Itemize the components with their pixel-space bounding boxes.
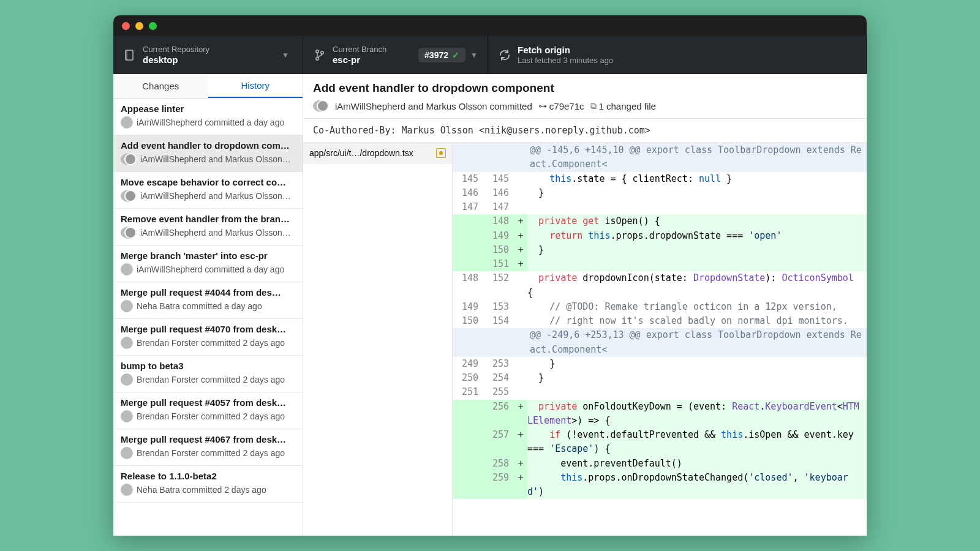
changed-files[interactable]: ⧉ 1 changed file — [590, 101, 656, 111]
commit-item[interactable]: Release to 1.1.0-beta2 Neha Batra commit… — [113, 466, 303, 503]
sync-icon — [498, 50, 511, 61]
commit-item[interactable]: Remove event handler from the bran… iAmW… — [113, 209, 303, 246]
commit-title: bump to beta3 — [121, 361, 295, 371]
commit-sub: iAmWillShepherd committed a day ago — [137, 118, 284, 127]
diff-line: 150154 // right now it's scaled badly on… — [453, 314, 867, 328]
avatar-icon — [121, 300, 133, 312]
commit-sub: Neha Batra committed a day ago — [137, 301, 262, 311]
file-item[interactable]: app/src/ui/t…/dropdown.tsx — [303, 143, 452, 163]
commit-sub: Brendan Forster committed 2 days ago — [137, 338, 285, 348]
file-diff-icon: ⧉ — [590, 101, 597, 111]
detail-authors: iAmWillShepherd and Markus Olsson commit… — [335, 101, 532, 111]
diff-line: 250254 } — [453, 371, 867, 385]
fetch-button[interactable]: Fetch origin Last fetched 3 minutes ago — [488, 36, 867, 74]
file-list: app/src/ui/t…/dropdown.tsx — [303, 143, 453, 536]
check-icon: ✓ — [452, 50, 459, 60]
modified-badge-icon — [436, 148, 446, 158]
chevron-down-icon: ▼ — [470, 51, 481, 59]
commit-item[interactable]: Appease linter iAmWillShepherd committed… — [113, 99, 303, 135]
diff-line: 149153 // @TODO: Remake triangle octicon… — [453, 300, 867, 314]
branch-icon — [313, 49, 326, 61]
commit-item[interactable]: Merge pull request #4070 from desk… Bren… — [113, 319, 303, 356]
coauthor-line: Co-Authored-By: Markus Olsson <niik@user… — [303, 119, 867, 143]
diff-line: 256+ private onFoldoutKeyDown = (event: … — [453, 400, 867, 429]
commit-item[interactable]: bump to beta3 Brendan Forster committed … — [113, 356, 303, 392]
avatar-icon — [121, 227, 137, 239]
detail-title: Add event handler to dropdown component — [313, 81, 857, 95]
commit-title: Merge pull request #4070 from desk… — [121, 324, 295, 334]
avatar-icon — [121, 153, 137, 165]
commit-title: Release to 1.1.0-beta2 — [121, 471, 295, 481]
avatar-icon — [121, 410, 133, 422]
commit-sub: iAmWillShepherd and Markus Olsson… — [140, 228, 291, 238]
changed-label: 1 changed file — [599, 101, 656, 111]
detail-header: Add event handler to dropdown component … — [303, 74, 867, 119]
commit-item[interactable]: Merge branch 'master' into esc-pr iAmWil… — [113, 246, 303, 282]
commit-title: Merge pull request #4044 from des… — [121, 287, 295, 298]
commit-item[interactable]: Merge pull request #4057 from desk… Bren… — [113, 392, 303, 429]
diff-line: 148152 private dropdownIcon(state: Dropd… — [453, 271, 867, 300]
commit-list[interactable]: Appease linter iAmWillShepherd committed… — [113, 99, 303, 536]
sidebar: Changes History Appease linter iAmWillSh… — [113, 74, 303, 536]
avatar-icon — [121, 447, 133, 459]
commit-icon: ⊶ — [538, 101, 547, 111]
avatar-icon — [121, 263, 133, 276]
diff-line: 147147 — [453, 200, 867, 214]
repo-value: desktop — [143, 54, 282, 66]
commit-title: Add event handler to dropdown com… — [121, 140, 295, 151]
commit-title: Remove event handler from the bran… — [121, 214, 295, 224]
branch-value: esc-pr — [333, 54, 418, 66]
file-path: app/src/ui/t…/dropdown.tsx — [309, 148, 413, 158]
diff-line: 149+ return this.props.dropdownState ===… — [453, 229, 867, 243]
fetch-title: Fetch origin — [518, 45, 856, 56]
avatar-icon — [121, 337, 133, 349]
main-content: Changes History Appease linter iAmWillSh… — [113, 74, 867, 536]
tab-changes[interactable]: Changes — [113, 74, 208, 98]
diff-line: @@ -145,6 +145,10 @@ export class Toolba… — [453, 143, 867, 172]
diff-line: 249253 } — [453, 357, 867, 371]
diff-line: 257+ if (!event.defaultPrevented && this… — [453, 428, 867, 457]
pr-status-pill[interactable]: #3972 ✓ — [418, 48, 466, 62]
close-window-icon[interactable] — [122, 22, 130, 30]
zoom-window-icon[interactable] — [149, 22, 157, 30]
commit-item[interactable]: Move escape behavior to correct co… iAmW… — [113, 172, 303, 209]
toolbar: Current Repository desktop ▼ Current Bra… — [113, 36, 867, 74]
commit-sub: Neha Batra committed 2 days ago — [137, 485, 266, 495]
diff-view[interactable]: @@ -145,6 +145,10 @@ export class Toolba… — [453, 143, 867, 536]
branch-dropdown[interactable]: Current Branch esc-pr #3972 ✓ ▼ — [303, 36, 488, 74]
commit-sub: Brendan Forster committed 2 days ago — [137, 411, 285, 421]
diff-line: 145145 this.state = { clientRect: null } — [453, 172, 867, 186]
avatar-pair-icon — [313, 100, 329, 112]
window-titlebar[interactable] — [113, 15, 867, 36]
commit-title: Appease linter — [121, 103, 295, 114]
diff-line: 251255 — [453, 385, 867, 399]
tab-history[interactable]: History — [208, 74, 303, 98]
avatar-icon — [121, 116, 133, 129]
commit-sub: Brendan Forster committed 2 days ago — [137, 448, 285, 458]
diff-line: 259+ this.props.onDropdownStateChanged('… — [453, 471, 867, 500]
commit-sub: iAmWillShepherd and Markus Olsson… — [140, 191, 291, 201]
commit-title: Merge pull request #4067 from desk… — [121, 434, 295, 444]
pr-number: #3972 — [424, 50, 448, 60]
commit-item[interactable]: Add event handler to dropdown com… iAmWi… — [113, 135, 303, 172]
fetch-sub: Last fetched 3 minutes ago — [518, 56, 856, 66]
repo-dropdown[interactable]: Current Repository desktop ▼ — [113, 36, 303, 74]
commit-sub: Brendan Forster committed 2 days ago — [137, 375, 285, 384]
app-window: Current Repository desktop ▼ Current Bra… — [113, 15, 867, 536]
diff-line: 148+ private get isOpen() { — [453, 214, 867, 228]
commit-item[interactable]: Merge pull request #4044 from des… Neha … — [113, 282, 303, 319]
commit-sub: iAmWillShepherd and Markus Olsson… — [140, 154, 291, 164]
repo-icon — [123, 50, 137, 61]
diff-line: 146146 } — [453, 186, 867, 200]
commit-sub: iAmWillShepherd committed a day ago — [137, 264, 284, 274]
diff-area: app/src/ui/t…/dropdown.tsx @@ -145,6 +14… — [303, 143, 867, 536]
commit-item[interactable]: Merge pull request #4067 from desk… Bren… — [113, 429, 303, 466]
avatar-icon — [121, 190, 137, 202]
svg-rect-1 — [126, 50, 127, 60]
minimize-window-icon[interactable] — [135, 22, 143, 30]
sha-block[interactable]: ⊶ c79e71c — [538, 101, 584, 111]
commit-title: Move escape behavior to correct co… — [121, 177, 295, 187]
diff-line: 150+ } — [453, 243, 867, 257]
diff-line: @@ -249,6 +253,13 @@ export class Toolba… — [453, 328, 867, 357]
commit-title: Merge pull request #4057 from desk… — [121, 397, 295, 408]
